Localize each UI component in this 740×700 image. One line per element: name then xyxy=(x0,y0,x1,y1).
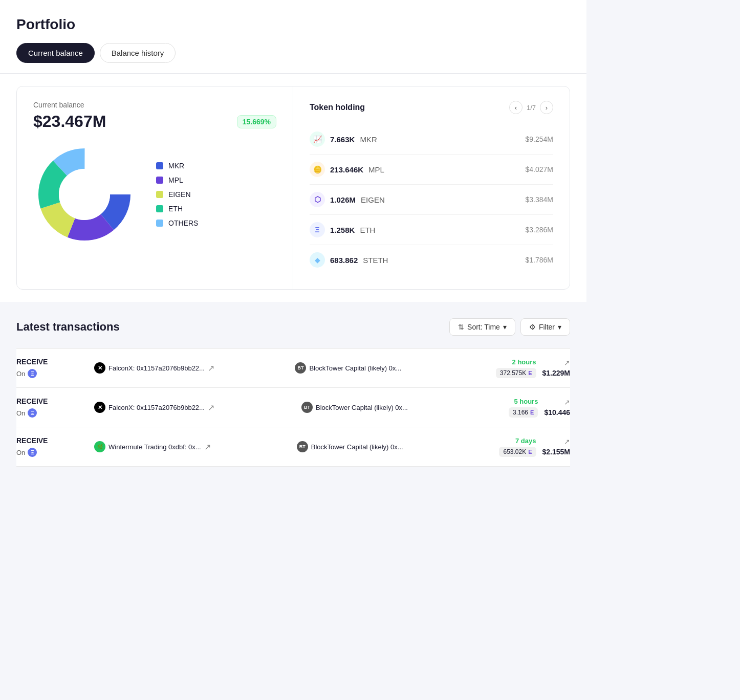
eth-chain-icon-3: Ξ xyxy=(28,448,37,457)
to-name-3: BlockTower Capital (likely) 0x... xyxy=(311,443,403,451)
legend-label-mpl: MPL xyxy=(168,176,183,184)
to-name-1: BlockTower Capital (likely) 0x... xyxy=(309,364,401,372)
tx-chain-on-label-3: On xyxy=(16,449,25,456)
tx-row-1: RECEIVE On Ξ ✕ FalconX: 0x1157a2076b9bb2… xyxy=(16,348,570,388)
tx-amount-chip-3: 653.02K E xyxy=(499,447,536,457)
external-link-icon-2[interactable]: ↗ xyxy=(564,398,570,406)
eth-chain-icon-2: Ξ xyxy=(28,408,37,418)
token-amount-mkr: 7.663K xyxy=(330,135,355,144)
tab-balance-history[interactable]: Balance history xyxy=(100,43,176,63)
to-icon-blocktower-3: BT xyxy=(297,441,308,452)
tx-amount-1: 372.575K xyxy=(500,369,526,377)
legend-dot-others xyxy=(156,220,163,227)
token-icon-mkr: 📈 xyxy=(310,132,325,147)
tx-type-3: RECEIVE On Ξ xyxy=(16,436,88,457)
legend-dot-eth xyxy=(156,205,163,212)
sort-button[interactable]: ⇅ Sort: Time ▾ xyxy=(449,318,515,336)
token-amount-eigen: 1.026M xyxy=(330,195,356,204)
transactions-section: Latest transactions ⇅ Sort: Time ▾ ⚙ Fil… xyxy=(0,302,586,487)
page-indicator: 1/7 xyxy=(527,104,536,112)
token-amount-mpl: 213.646K xyxy=(330,165,363,174)
sort-label: Sort: Time xyxy=(467,323,500,331)
tx-time-1: 2 hours xyxy=(512,358,536,366)
token-icon-eigen: ⬡ xyxy=(310,192,325,207)
balance-label: Current balance xyxy=(33,101,276,109)
tab-row: Current balance Balance history xyxy=(16,43,570,63)
tx-amount-chip-2: 3.166 E xyxy=(509,407,538,418)
token-row-steth: ◆ 683.862 STETH $1.786M xyxy=(310,245,553,275)
divider xyxy=(0,73,586,74)
legend-label-mkr: MKR xyxy=(168,162,184,170)
token-amount-eth: 1.258K xyxy=(330,226,355,234)
balance-row: $23.467M 15.669% xyxy=(33,112,276,131)
from-name-1: FalconX: 0x1157a2076b9bb22... xyxy=(108,364,205,372)
tx-amount-chip-1: 372.575K E xyxy=(496,368,536,378)
tx-row-3: RECEIVE On Ξ 🌿 Wintermute Trading 0xdbf:… xyxy=(16,427,570,467)
tx-amount-icon-2: E xyxy=(530,409,534,415)
tab-current-balance[interactable]: Current balance xyxy=(16,43,95,63)
donut-chart xyxy=(33,143,136,246)
to-name-2: BlockTower Capital (likely) 0x... xyxy=(316,404,408,411)
chart-area: MKR MPL EIGEN ETH xyxy=(33,143,276,246)
prev-page-button[interactable]: ‹ xyxy=(509,101,523,114)
token-icon-steth: ◆ xyxy=(310,252,325,268)
filter-icon: ⚙ xyxy=(529,323,536,331)
tx-chain-3: On Ξ xyxy=(16,448,88,457)
tx-chain-on-label-2: On xyxy=(16,409,25,417)
tx-amount-col-1: 2 hours 372.575K E xyxy=(496,358,536,378)
to-icon-blocktower-1: BT xyxy=(295,362,306,374)
legend-label-eth: ETH xyxy=(168,205,183,213)
tx-amount-icon-3: E xyxy=(528,449,532,455)
tx-header: Latest transactions ⇅ Sort: Time ▾ ⚙ Fil… xyxy=(16,318,570,336)
legend-mpl: MPL xyxy=(156,176,198,184)
legend-others: OTHERS xyxy=(156,219,198,227)
tx-usd-3: $2.155M xyxy=(542,448,570,456)
tx-amount-3: 653.02K xyxy=(503,448,526,455)
token-row-mkr: 📈 7.663K MKR $9.254M xyxy=(310,124,553,155)
tx-from-1: ✕ FalconX: 0x1157a2076b9bb22... ↗ xyxy=(94,362,289,374)
tx-to-1: BT BlockTower Capital (likely) 0x... xyxy=(295,362,489,374)
tx-usd-1: $1.229M xyxy=(542,369,570,377)
external-link-icon-1[interactable]: ↗ xyxy=(564,359,570,367)
token-value-steth: $1.786M xyxy=(526,256,553,264)
tx-amount-col-3: 7 days 653.02K E xyxy=(499,437,536,457)
eth-chain-icon-1: Ξ xyxy=(28,369,37,378)
token-icon-eth: Ξ xyxy=(310,222,325,237)
tx-to-3: BT BlockTower Capital (likely) 0x... xyxy=(297,441,493,452)
tx-arrow-icon-3: ↗ xyxy=(204,442,211,452)
balance-change-badge: 15.669% xyxy=(237,115,276,128)
token-header: Token holding ‹ 1/7 › xyxy=(310,101,553,114)
tx-to-2: BT BlockTower Capital (likely) 0x... xyxy=(301,402,503,413)
tx-type-1: RECEIVE On Ξ xyxy=(16,358,88,378)
tx-from-3: 🌿 Wintermute Trading 0xdbf: 0x... ↗ xyxy=(94,441,291,452)
legend-dot-eigen xyxy=(156,191,163,198)
tx-title: Latest transactions xyxy=(16,320,120,334)
tx-chain-on-label-1: On xyxy=(16,370,25,378)
tx-usd-col-1: ↗ $1.229M xyxy=(542,359,570,377)
token-symbol-eth: ETH xyxy=(360,226,375,234)
tx-amount-icon-1: E xyxy=(528,370,532,376)
tx-usd-2: $10.446 xyxy=(544,408,570,417)
to-icon-blocktower-2: BT xyxy=(301,402,313,413)
tx-amount-2: 3.166 xyxy=(513,409,528,416)
token-amount-steth: 683.862 xyxy=(330,256,358,265)
external-link-icon-3[interactable]: ↗ xyxy=(564,438,570,446)
token-list: 📈 7.663K MKR $9.254M 🪙 213.646K MPL $4.0… xyxy=(310,124,553,275)
legend-eigen: EIGEN xyxy=(156,190,198,199)
from-name-3: Wintermute Trading 0xdbf: 0x... xyxy=(108,443,201,451)
tx-chain-2: On Ξ xyxy=(16,408,88,418)
chart-legend: MKR MPL EIGEN ETH xyxy=(156,162,198,227)
token-icon-mpl: 🪙 xyxy=(310,162,325,177)
token-row-eth: Ξ 1.258K ETH $3.286M xyxy=(310,215,553,245)
next-page-button[interactable]: › xyxy=(540,101,553,114)
filter-chevron-icon: ▾ xyxy=(558,323,561,331)
svg-point-5 xyxy=(59,169,110,220)
legend-dot-mkr xyxy=(156,162,163,169)
token-value-mpl: $4.027M xyxy=(526,165,553,173)
left-panel: Current balance $23.467M 15.669% xyxy=(17,86,293,289)
legend-mkr: MKR xyxy=(156,162,198,170)
tx-arrow-icon-1: ↗ xyxy=(208,363,214,373)
filter-button[interactable]: ⚙ Filter ▾ xyxy=(520,318,570,336)
main-grid: Current balance $23.467M 15.669% xyxy=(16,86,570,290)
legend-dot-mpl xyxy=(156,177,163,184)
